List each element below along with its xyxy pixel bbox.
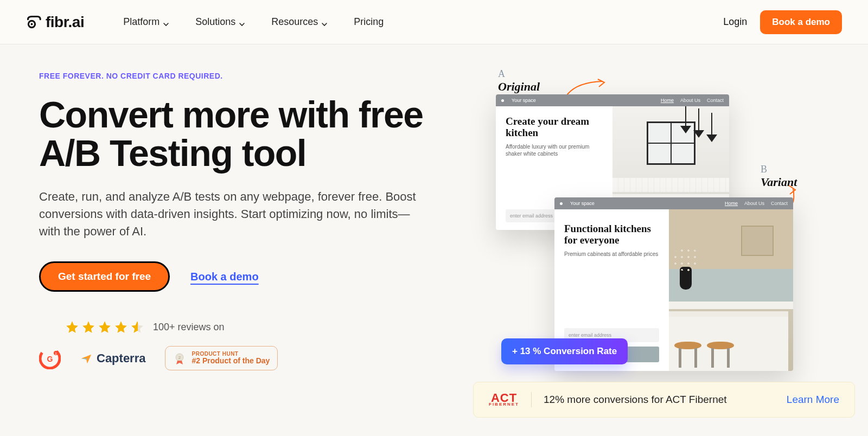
g2-logo-icon[interactable]: G2 — [39, 348, 61, 369]
nav-platform[interactable]: Platform — [123, 16, 169, 28]
svg-point-1 — [31, 23, 33, 25]
capterra-icon — [80, 352, 92, 364]
nav-pricing[interactable]: Pricing — [354, 16, 384, 28]
mock-browser-bar: Your space HomeAbout UsContact — [496, 94, 729, 106]
site-logo[interactable]: fibr.ai — [26, 14, 84, 31]
logo-icon — [26, 15, 41, 30]
badges-row: G2 Capterra 2 PRODUCT HUNT #2 Product of… — [39, 346, 451, 370]
reviews-text: 100+ reviews on — [153, 322, 225, 333]
primary-nav: Platform Solutions Resources Pricing — [123, 16, 384, 28]
mock-b-photo — [669, 209, 793, 371]
reviews-row: 100+ reviews on — [65, 320, 451, 334]
mock-b-desc: Premium cabineats at affordable prices — [564, 251, 659, 258]
svg-text:2: 2 — [178, 355, 181, 360]
ph-rank: #2 Product of the Day — [192, 357, 270, 365]
star-rating — [65, 320, 144, 334]
capterra-logo[interactable]: Capterra — [80, 351, 145, 366]
learn-more-link[interactable]: Learn More — [787, 394, 839, 406]
nav-solutions[interactable]: Solutions — [195, 16, 245, 28]
conversion-badge: + 13 % Conversion Rate — [501, 338, 628, 364]
product-hunt-badge[interactable]: 2 PRODUCT HUNT #2 Product of the Day — [165, 346, 278, 370]
eyebrow-text: FREE FOREVER. NO CREDIT CARD REQUIRED. — [39, 72, 451, 80]
star-half-icon — [130, 320, 144, 334]
mock-b-title: Functional kitchens for everyone — [564, 223, 659, 246]
star-icon — [114, 320, 128, 334]
get-started-button[interactable]: Get started for free — [39, 261, 170, 292]
hero-illustration: A Original B Variant Your space HomeAbou… — [473, 72, 842, 429]
variant-a-label: A Original — [498, 68, 540, 94]
star-icon — [98, 320, 112, 334]
book-demo-link[interactable]: Book a demo — [190, 271, 259, 283]
mock-a-desc: Affordable luxury with our premium shake… — [506, 143, 603, 157]
mock-browser-bar: Your space HomeAbout UsContact — [554, 197, 793, 209]
book-demo-button[interactable]: Book a demo — [760, 10, 842, 34]
nav-resources[interactable]: Resources — [271, 16, 328, 28]
case-study-banner: ACT FIBERNET 12% more conversions for AC… — [473, 382, 855, 418]
chevron-down-icon — [321, 19, 328, 25]
site-header: fibr.ai Platform Solutions Resources Pri… — [0, 0, 868, 44]
chevron-down-icon — [239, 19, 245, 25]
svg-text:G: G — [47, 355, 53, 363]
mock-a-title: Create your dream kitchen — [506, 116, 603, 139]
star-icon — [65, 320, 79, 334]
banner-message: 12% more conversions for ACT Fibernet — [544, 394, 727, 406]
logo-text: fibr.ai — [46, 14, 84, 31]
chevron-down-icon — [163, 19, 169, 25]
star-icon — [81, 320, 95, 334]
hero-section: FREE FOREVER. NO CREDIT CARD REQUIRED. C… — [39, 72, 451, 429]
login-link[interactable]: Login — [723, 16, 747, 28]
medal-icon: 2 — [173, 352, 186, 365]
act-logo: ACT FIBERNET — [489, 393, 519, 406]
hero-headline: Convert more with free A/B Testing tool — [39, 95, 451, 173]
hero-subhead: Create, run, and analyze A/B tests on an… — [39, 188, 430, 240]
